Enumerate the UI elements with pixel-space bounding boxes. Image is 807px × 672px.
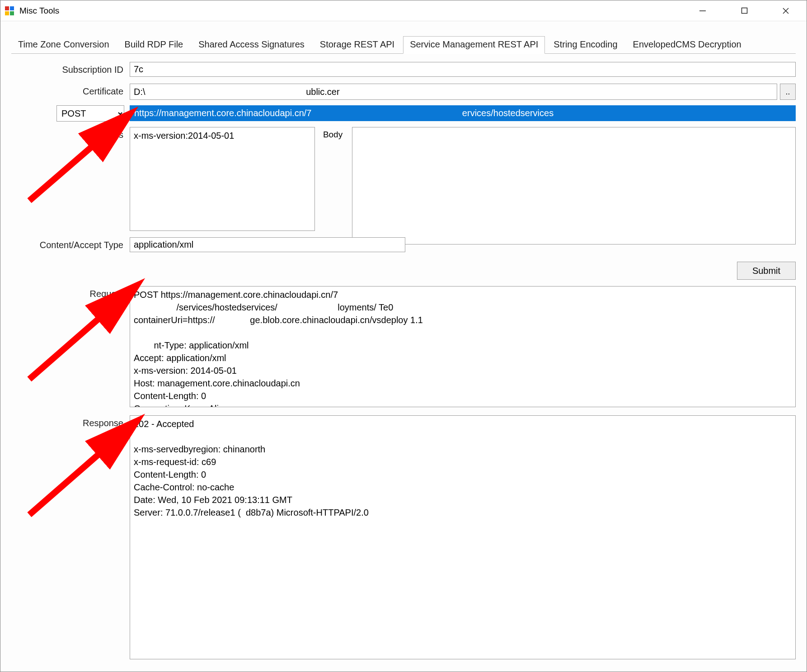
subscription-id-input[interactable] [130,62,796,77]
response-textarea[interactable] [130,415,796,659]
tab-enveloped-cms-decryption[interactable]: EnvelopedCMS Decryption [626,36,748,53]
tab-shared-access-signatures[interactable]: Shared Access Signatures [192,36,311,53]
svg-rect-2 [5,11,9,15]
http-method-select[interactable]: POST [56,105,124,122]
tab-build-rdp-file[interactable]: Build RDP File [118,36,190,53]
titlebar: Misc Tools [0,0,807,21]
tab-storage-rest-api[interactable]: Storage REST API [313,36,401,53]
window-title: Misc Tools [19,6,59,16]
headers-textarea[interactable] [130,127,315,231]
window-controls [689,2,799,20]
svg-rect-3 [10,11,14,15]
tab-string-encoding[interactable]: String Encoding [547,36,624,53]
request-textarea[interactable] [130,286,796,407]
app-icon [4,5,15,16]
content-type-input[interactable] [130,237,405,252]
row-content-type: Content/Accept Type [11,237,796,254]
label-certificate: Certificate [11,86,130,97]
label-headers: Headers [11,130,130,140]
certificate-browse-button[interactable]: .. [780,84,796,100]
label-content-type: Content/Accept Type [11,240,130,250]
svg-rect-5 [741,8,747,14]
close-button[interactable] [772,2,799,20]
svg-rect-1 [10,6,14,10]
tabstrip: Time Zone Conversion Build RDP File Shar… [11,35,796,54]
label-request: Request [11,289,130,299]
app-window: Misc Tools Time Zone Conversion Build RD… [0,0,807,672]
row-method-url: POST [11,105,796,122]
row-response: Response [11,415,796,661]
label-body: Body [323,127,344,231]
row-headers-body: Headers Body [11,127,796,231]
svg-rect-0 [5,6,9,10]
maximize-button[interactable] [731,2,758,20]
tab-panel: Subscription ID Certificate .. POST [11,58,796,661]
row-certificate: Certificate .. [11,84,796,100]
row-request: Request [11,286,796,407]
label-response: Response [11,418,130,428]
tab-time-zone-conversion[interactable]: Time Zone Conversion [11,36,116,53]
submit-button[interactable]: Submit [737,262,796,280]
label-subscription-id: Subscription ID [11,65,130,75]
certificate-path-input[interactable] [130,84,777,100]
client-area: Time Zone Conversion Build RDP File Shar… [0,21,807,672]
request-url-input[interactable] [130,105,796,121]
body-textarea[interactable] [352,127,796,244]
row-subscription-id: Subscription ID [11,62,796,78]
tab-service-management-rest-api[interactable]: Service Management REST API [403,36,545,54]
minimize-button[interactable] [689,2,716,20]
